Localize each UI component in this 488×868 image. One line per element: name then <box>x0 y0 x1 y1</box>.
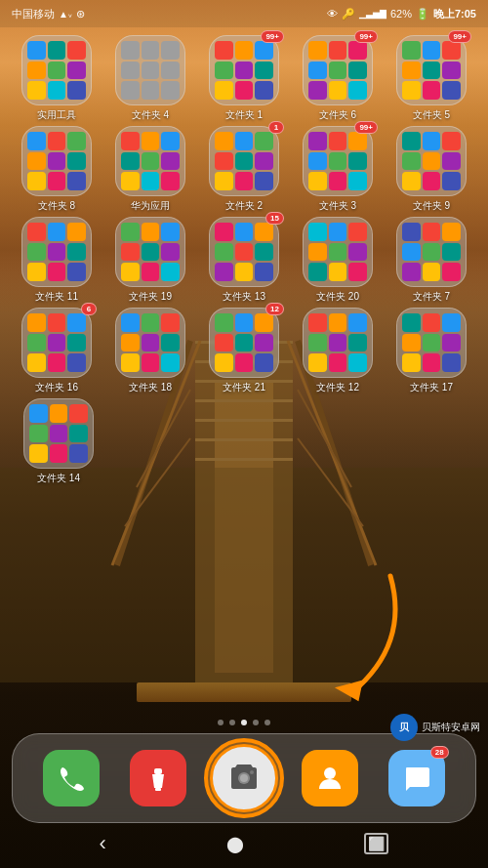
dock-phone[interactable] <box>40 750 102 806</box>
folder-label: 文件夹 11 <box>35 290 78 304</box>
folder-icon: 99+ <box>303 35 373 105</box>
folder-文件夹4[interactable]: 文件夹 4 <box>107 35 193 122</box>
folder-icon: 99+ <box>303 126 373 196</box>
folder-icon <box>396 308 467 378</box>
folder-文件夹13[interactable]: 15 文件夹 13 <box>201 217 287 304</box>
messages-icon: 28 <box>388 750 445 806</box>
folder-文件夹20[interactable]: 文件夹 20 <box>295 217 381 304</box>
badge: 99+ <box>354 121 378 134</box>
svg-point-22 <box>250 770 254 774</box>
folder-icon <box>115 126 185 196</box>
folder-文件夹21[interactable]: 12 文件夹 21 <box>201 308 287 394</box>
folder-row-2: 文件夹 8 华为应用 1 <box>10 126 478 213</box>
badge: 12 <box>265 303 284 315</box>
time: 晚上7:05 <box>433 7 476 21</box>
folder-icon <box>303 308 373 378</box>
folder-icon: 99+ <box>396 35 467 105</box>
dock-area: 28 ‹ ⬤ ⬜ <box>0 720 488 868</box>
folder-label: 文件夹 19 <box>129 290 172 304</box>
home-button[interactable]: ⬤ <box>226 835 244 853</box>
folder-实用工具[interactable]: 实用工具 <box>14 35 100 122</box>
app-grid: 实用工具 文件夹 4 99+ <box>0 27 488 497</box>
page-dot-1[interactable] <box>218 720 224 725</box>
folder-文件夹12[interactable]: 文件夹 12 <box>295 308 381 394</box>
messages-badge: 28 <box>430 746 449 759</box>
svg-point-23 <box>324 767 336 779</box>
folder-label: 文件夹 21 <box>223 381 265 394</box>
folder-label: 文件夹 1 <box>225 108 263 122</box>
folder-文件夹3[interactable]: 99+ 文件夹 3 <box>295 126 381 213</box>
phone-icon <box>43 750 100 806</box>
badge: 6 <box>81 303 97 315</box>
folder-icon <box>396 126 467 196</box>
folder-文件夹11[interactable]: 文件夹 11 <box>14 217 100 304</box>
folder-label: 文件夹 14 <box>37 472 80 485</box>
folder-label: 文件夹 2 <box>225 199 263 213</box>
folder-文件夹14[interactable]: 文件夹 14 <box>16 398 102 485</box>
folder-文件夹5[interactable]: 99+ 文件夹 5 <box>388 35 474 122</box>
eye-icon: 👁 <box>327 8 338 20</box>
folder-icon: 1 <box>209 126 279 196</box>
folder-row-5: 文件夹 14 <box>10 398 478 485</box>
carrier-info: 中国移动 ▲ᵥ ⊛ <box>12 7 85 21</box>
status-bar: 中国移动 ▲ᵥ ⊛ 👁 🔑 ▁▃▅▇ 62% 🔋 晚上7:05 <box>0 0 488 27</box>
folder-文件夹7[interactable]: 文件夹 7 <box>388 217 474 304</box>
folder-文件夹18[interactable]: 文件夹 18 <box>107 308 193 394</box>
folder-icon: 6 <box>21 308 92 378</box>
folder-icon: 15 <box>209 217 279 287</box>
dock-flashlight[interactable] <box>127 750 189 806</box>
badge: 1 <box>268 121 284 134</box>
signal-strength: ▁▃▅▇ <box>359 9 386 19</box>
folder-label: 文件夹 6 <box>319 108 356 122</box>
folder-文件夹8[interactable]: 文件夹 8 <box>14 126 100 213</box>
folder-label: 文件夹 17 <box>410 381 453 394</box>
camera-icon <box>210 744 278 812</box>
folder-华为应用[interactable]: 华为应用 <box>107 126 193 213</box>
badge: 99+ <box>354 30 378 43</box>
folder-row-3: 文件夹 11 文件夹 19 15 <box>10 217 478 304</box>
folder-label: 文件夹 9 <box>413 199 450 213</box>
folder-row-1: 实用工具 文件夹 4 99+ <box>10 35 478 122</box>
contacts-icon <box>302 750 358 806</box>
battery-icon: 🔋 <box>416 8 429 21</box>
folder-label: 文件夹 3 <box>319 199 356 213</box>
folder-icon <box>303 217 373 287</box>
badge: 15 <box>265 212 284 225</box>
folder-文件夹19[interactable]: 文件夹 19 <box>107 217 193 304</box>
page-dot-2[interactable] <box>229 720 235 725</box>
dock-camera[interactable] <box>213 744 275 812</box>
page-dot-4[interactable] <box>253 720 259 725</box>
page-dot-5[interactable] <box>264 720 270 725</box>
back-button[interactable]: ‹ <box>100 831 106 856</box>
dock-contacts[interactable] <box>299 750 361 806</box>
folder-icon <box>21 35 92 105</box>
folder-icon <box>21 217 92 287</box>
folder-label: 文件夹 4 <box>132 108 169 122</box>
folder-label: 实用工具 <box>37 108 76 122</box>
recents-button[interactable]: ⬜ <box>364 833 388 854</box>
battery: 62% <box>390 8 412 20</box>
folder-文件夹17[interactable]: 文件夹 17 <box>388 308 474 394</box>
folder-label: 文件夹 12 <box>316 381 359 394</box>
folder-文件夹9[interactable]: 文件夹 9 <box>388 126 474 213</box>
folder-icon <box>21 126 92 196</box>
page-dot-3[interactable] <box>241 720 247 725</box>
system-indicators: 👁 🔑 ▁▃▅▇ 62% 🔋 晚上7:05 <box>327 7 476 21</box>
svg-marker-18 <box>152 774 164 788</box>
svg-point-21 <box>240 774 248 782</box>
wifi-icon: ⊛ <box>76 8 85 21</box>
folder-label: 文件夹 8 <box>38 199 75 213</box>
folder-label: 文件夹 18 <box>129 381 172 394</box>
folder-文件夹2[interactable]: 1 文件夹 2 <box>201 126 287 213</box>
folder-icon <box>115 217 185 287</box>
folder-文件夹16[interactable]: 6 文件夹 16 <box>14 308 100 394</box>
folder-label: 文件夹 5 <box>413 108 450 122</box>
folder-label: 华为应用 <box>131 199 170 213</box>
svg-rect-17 <box>154 768 162 774</box>
folder-label: 文件夹 20 <box>316 290 359 304</box>
watermark: 贝 贝斯特安卓网 <box>390 714 480 741</box>
dock-messages[interactable]: 28 <box>386 750 448 806</box>
folder-文件夹6[interactable]: 99+ 文件夹 6 <box>295 35 381 122</box>
folder-文件夹1[interactable]: 99+ 文件夹 1 <box>201 35 287 122</box>
svg-rect-19 <box>155 788 161 791</box>
